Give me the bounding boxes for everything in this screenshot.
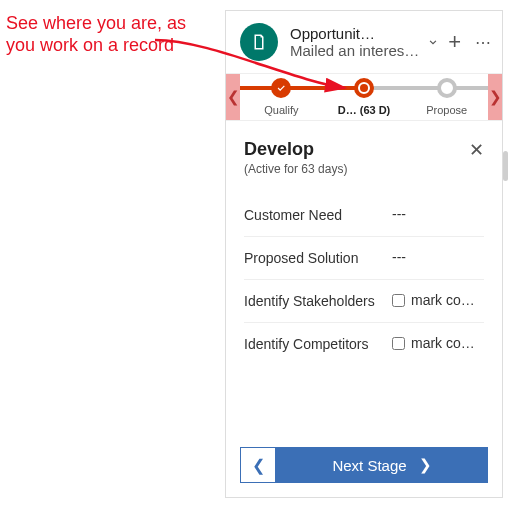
next-stage-label: Next Stage	[332, 457, 406, 474]
field-value[interactable]: mark co…	[392, 335, 484, 351]
field-value[interactable]: mark co…	[392, 292, 484, 308]
record-panel: Opportunit… Mailed an interes… + ⋯ ❮ Qua…	[225, 10, 503, 498]
add-button[interactable]: +	[448, 31, 461, 53]
stage-bar: ❮ Qualify D… (63 D) Propose ❯	[226, 73, 502, 121]
stage-scroll-left[interactable]: ❮	[226, 74, 240, 120]
panel-header: Opportunit… Mailed an interes… + ⋯	[226, 11, 502, 73]
mark-complete-checkbox[interactable]	[392, 294, 405, 307]
checkbox-label: mark co…	[411, 292, 475, 308]
field-value[interactable]: ---	[392, 206, 484, 222]
mark-complete-checkbox[interactable]	[392, 337, 405, 350]
stage-title: Develop	[244, 139, 347, 160]
chevron-right-icon: ❯	[419, 456, 432, 474]
stage-duration: (Active for 63 days)	[244, 162, 347, 176]
prev-stage-button[interactable]: ❮	[240, 447, 276, 483]
next-stage-button[interactable]: Next Stage ❯	[276, 447, 488, 483]
stage-label-qualify[interactable]: Qualify	[240, 74, 323, 120]
field-label: Customer Need	[244, 206, 392, 224]
annotation-text: See where you are, as you work on a reco…	[6, 12, 206, 56]
field-value[interactable]: ---	[392, 249, 484, 265]
record-subtitle: Mailed an interes…	[290, 42, 422, 59]
more-button[interactable]: ⋯	[475, 33, 492, 52]
stage-cells: Qualify D… (63 D) Propose	[240, 74, 488, 120]
field-row: Identify Competitors mark co…	[244, 323, 484, 365]
header-text: Opportunit… Mailed an interes…	[290, 25, 422, 59]
field-row: Identify Stakeholders mark co…	[244, 280, 484, 323]
stage-label-develop[interactable]: D… (63 D)	[323, 74, 406, 120]
field-row: Proposed Solution ---	[244, 237, 484, 280]
field-row: Customer Need ---	[244, 194, 484, 237]
scrollbar-thumb[interactable]	[503, 151, 508, 181]
document-icon	[250, 33, 268, 51]
stage-label-propose[interactable]: Propose	[405, 74, 488, 120]
record-title: Opportunit…	[290, 25, 422, 42]
chevron-down-icon[interactable]	[426, 35, 440, 49]
field-label: Identify Stakeholders	[244, 292, 392, 310]
entity-badge	[240, 23, 278, 61]
stage-scroll-right[interactable]: ❯	[488, 74, 502, 120]
field-label: Identify Competitors	[244, 335, 392, 353]
field-list: Customer Need --- Proposed Solution --- …	[244, 194, 484, 365]
footer-bar: ❮ Next Stage ❯	[240, 447, 488, 483]
checkbox-label: mark co…	[411, 335, 475, 351]
stage-detail: Develop (Active for 63 days) ✕ Customer …	[226, 121, 502, 377]
field-label: Proposed Solution	[244, 249, 392, 267]
close-button[interactable]: ✕	[469, 139, 484, 161]
